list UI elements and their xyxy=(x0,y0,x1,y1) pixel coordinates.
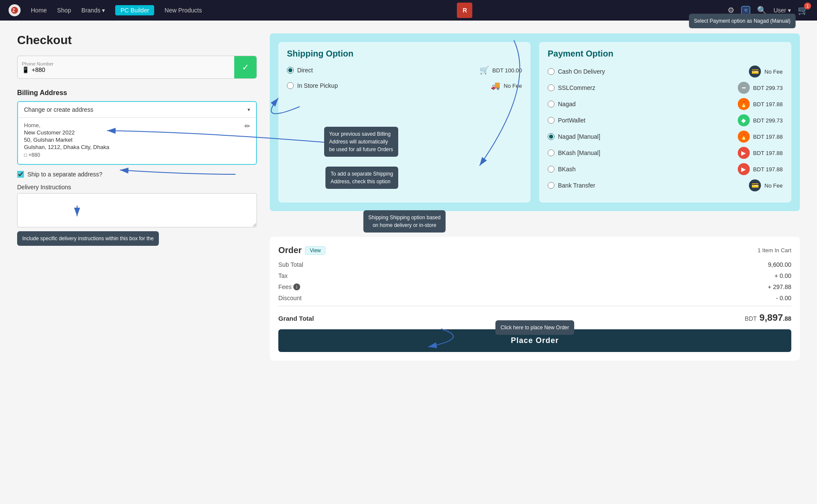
order-item-count: 1 Item In Cart xyxy=(757,247,791,253)
payment-nagad-label: Nagad xyxy=(558,101,575,107)
payment-nagad-manual-label: Nagad [Manual] xyxy=(558,133,600,140)
cart-badge: 1 xyxy=(804,3,811,9)
tax-label: Tax xyxy=(278,272,288,279)
billing-tooltip: Your previous saved Billing Address will… xyxy=(324,127,398,157)
payment-cod-radio[interactable] xyxy=(548,68,555,75)
phone-confirm-button[interactable]: ✓ xyxy=(234,56,256,78)
order-title: Order View xyxy=(278,245,325,255)
discount-label: Discount xyxy=(278,295,301,301)
phone-input[interactable] xyxy=(32,66,100,73)
user-menu[interactable]: User ▾ xyxy=(773,7,791,14)
dropdown-label: Change or create address xyxy=(24,106,93,113)
payment-annotation: Select Payment option as Nagad (Manual) xyxy=(689,14,796,28)
subtotal-row: Sub Total 9,600.00 xyxy=(278,261,791,268)
ship-separate-tooltip: To add a separate Shipping Address, chec… xyxy=(325,167,398,189)
payment-cod-icon: 💳 xyxy=(749,66,761,78)
shipping-title: Shipping Option xyxy=(287,49,522,59)
payment-portwallet-radio[interactable] xyxy=(548,117,555,124)
place-order-tooltip: Click here to place New Order xyxy=(495,320,574,335)
ship-separate-row: Ship to a separate address? xyxy=(17,171,257,178)
view-button[interactable]: View xyxy=(305,246,325,255)
nav-home[interactable]: Home xyxy=(31,7,47,14)
shipping-direct-radio[interactable] xyxy=(287,67,294,74)
address-customer: New Customer 2022 xyxy=(24,129,250,136)
order-section: Order View 1 Item In Cart Sub Total 9,60… xyxy=(270,237,800,361)
address-dropdown: Change or create address ▾ ✏ Home, New C… xyxy=(17,101,257,165)
grand-total-label: Grand Total xyxy=(278,315,314,322)
billing-address-title: Billing Address xyxy=(17,89,257,97)
chevron-down-icon: ▾ xyxy=(247,107,250,113)
payment-option-cod: Cash On Delivery 💳 No Fee xyxy=(548,66,783,78)
grand-total-value: BDT 9,897.88 xyxy=(745,312,791,323)
nav-brands[interactable]: Brands ▾ xyxy=(81,7,105,14)
fees-info-icon[interactable]: i xyxy=(293,283,300,290)
page-title: Checkout xyxy=(17,33,257,47)
phone-field-wrapper: Phone Number 📱 ✓ xyxy=(17,56,257,79)
payment-ssl-icon: ━ xyxy=(738,82,750,94)
address-body: ✏ Home, New Customer 2022 50, Gulshan Ma… xyxy=(18,117,256,164)
shipping-tooltip: Shipping Shipping option based on home d… xyxy=(363,210,446,233)
payment-portwallet-label: PortWallet xyxy=(558,117,585,124)
payment-portwallet-icon: ◆ xyxy=(738,114,750,126)
payment-bkash-manual-label: BKash [Manual] xyxy=(558,149,600,156)
cart-button[interactable]: 🛒 1 xyxy=(798,5,808,15)
payment-nagad-icon: 🔥 xyxy=(738,98,750,110)
dropdown-header[interactable]: Change or create address ▾ xyxy=(18,102,256,117)
user-dropdown-icon: ▾ xyxy=(788,7,791,14)
shipping-direct-price: BDT 100.00 xyxy=(492,67,522,74)
payment-bkash-manual-icon: ▶ xyxy=(738,147,750,159)
shipping-box: Shipping Option Direct 🛒 BDT 100.00 xyxy=(278,42,531,203)
ship-separate-checkbox[interactable] xyxy=(17,171,24,178)
delivery-tooltip: Include specific delivery instructions w… xyxy=(17,231,159,246)
phone-icon: 📱 xyxy=(22,66,29,73)
payment-nagad-manual-price: BDT 197.88 xyxy=(753,134,783,140)
nav-new-products[interactable]: New Products xyxy=(164,7,202,14)
shipping-option-direct: Direct 🛒 BDT 100.00 xyxy=(287,66,522,75)
nav-shop[interactable]: Shop xyxy=(57,7,71,14)
order-divider xyxy=(278,306,791,306)
subtotal-label: Sub Total xyxy=(278,261,303,268)
payment-cod-label: Cash On Delivery xyxy=(558,68,605,75)
edit-icon[interactable]: ✏ xyxy=(245,122,250,130)
payment-cod-price: No Fee xyxy=(764,69,783,75)
address-street: 50, Gulshan Market xyxy=(24,137,250,143)
payment-nagad-price: BDT 197.88 xyxy=(753,101,783,107)
payment-option-bank: Bank Transfer 💳 No Fee xyxy=(548,179,783,191)
shipping-instore-label: In Store Pickup xyxy=(297,82,338,89)
address-name: Home, xyxy=(24,122,250,128)
payment-option-portwallet: PortWallet ◆ BDT 299.73 xyxy=(548,114,783,126)
address-phone: □ +880 xyxy=(24,152,250,158)
payment-nagad-radio[interactable] xyxy=(548,101,555,107)
subtotal-value: 9,600.00 xyxy=(768,261,792,268)
payment-bkash-price: BDT 197.88 xyxy=(753,166,783,173)
shipping-instore-price: No Fee xyxy=(504,83,522,89)
fees-value: + 297.88 xyxy=(768,283,791,290)
discount-row: Discount - 0.00 xyxy=(278,295,791,301)
shipping-cart-icon: 🛒 xyxy=(480,66,489,75)
payment-bank-price: No Fee xyxy=(764,182,783,189)
shipping-instore-radio[interactable] xyxy=(287,82,294,89)
order-header: Order View 1 Item In Cart xyxy=(278,245,791,255)
nav-pc-builder[interactable]: PC Builder xyxy=(115,5,154,15)
phone-label: Phone Number xyxy=(22,61,230,66)
shipping-truck-icon: 🚚 xyxy=(491,81,500,90)
payment-ssl-label: SSLCommerz xyxy=(558,84,595,91)
payment-ssl-radio[interactable] xyxy=(548,84,555,91)
tax-row: Tax + 0.00 xyxy=(278,272,791,279)
delivery-instructions-input[interactable] xyxy=(17,193,257,227)
shipping-option-instore: In Store Pickup 🚚 No Fee xyxy=(287,81,522,90)
payment-portwallet-price: BDT 299.73 xyxy=(753,117,783,124)
address-city: Gulshan, 1212, Dhaka City, Dhaka xyxy=(24,144,250,150)
payment-title: Payment Option xyxy=(548,49,783,59)
left-column: Checkout Phone Number 📱 ✓ Billing Addres… xyxy=(17,33,257,361)
payment-ssl-price: BDT 299.73 xyxy=(753,85,783,91)
payment-bank-radio[interactable] xyxy=(548,182,555,189)
fees-label: Fees i xyxy=(278,283,300,290)
payment-nagad-manual-radio[interactable] xyxy=(548,133,555,140)
language-toggle[interactable]: বা xyxy=(741,6,750,15)
payment-bkash-manual-radio[interactable] xyxy=(548,149,555,156)
payment-box: Payment Option Cash On Delivery 💳 No Fee xyxy=(539,42,791,203)
payment-bank-label: Bank Transfer xyxy=(558,182,595,189)
delivery-instructions-label: Delivery Instructions xyxy=(17,184,257,191)
payment-bkash-radio[interactable] xyxy=(548,166,555,173)
